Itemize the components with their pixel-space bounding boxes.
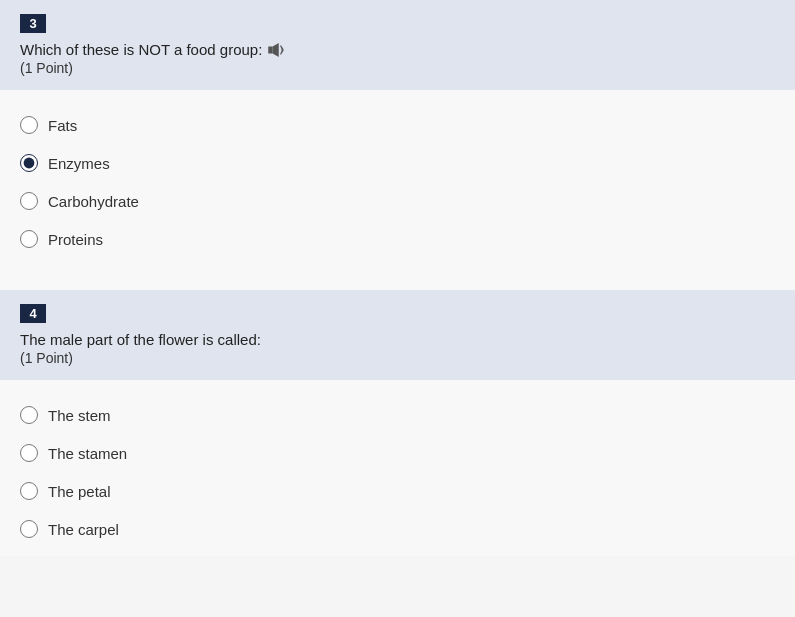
answer-q3-proteins[interactable]: Proteins <box>20 220 775 258</box>
question-3-text: Which of these is NOT a food group: <box>20 41 775 58</box>
radio-q3-enzymes[interactable] <box>20 154 38 172</box>
answer-q3-fats[interactable]: Fats <box>20 106 775 144</box>
answer-q4-stem[interactable]: The stem <box>20 396 775 434</box>
radio-q3-carbohydrate[interactable] <box>20 192 38 210</box>
svg-rect-0 <box>269 46 273 53</box>
question-3-number: 3 <box>20 14 46 33</box>
section-divider <box>0 266 795 290</box>
question-3-header: 3 Which of these is NOT a food group: (1… <box>0 0 795 90</box>
radio-q3-fats[interactable] <box>20 116 38 134</box>
answer-q4-petal[interactable]: The petal <box>20 472 775 510</box>
answer-q4-carpel[interactable]: The carpel <box>20 510 775 548</box>
label-q4-petal: The petal <box>48 483 111 500</box>
svg-marker-1 <box>273 43 279 57</box>
radio-q4-stamen[interactable] <box>20 444 38 462</box>
label-q4-stamen: The stamen <box>48 445 127 462</box>
answer-q3-carbohydrate[interactable]: Carbohydrate <box>20 182 775 220</box>
radio-q3-proteins[interactable] <box>20 230 38 248</box>
label-q3-fats: Fats <box>48 117 77 134</box>
radio-q4-carpel[interactable] <box>20 520 38 538</box>
label-q3-proteins: Proteins <box>48 231 103 248</box>
label-q4-stem: The stem <box>48 407 111 424</box>
question-4-answers: The stem The stamen The petal The carpel <box>0 380 795 556</box>
question-4-text: The male part of the flower is called: <box>20 331 775 348</box>
question-3-points: (1 Point) <box>20 60 775 76</box>
label-q3-enzymes: Enzymes <box>48 155 110 172</box>
question-3-block: 3 Which of these is NOT a food group: (1… <box>0 0 795 266</box>
question-3-answers: Fats Enzymes Carbohydrate Proteins <box>0 90 795 266</box>
label-q4-carpel: The carpel <box>48 521 119 538</box>
answer-q4-stamen[interactable]: The stamen <box>20 434 775 472</box>
radio-q4-petal[interactable] <box>20 482 38 500</box>
question-4-points: (1 Point) <box>20 350 775 366</box>
label-q3-carbohydrate: Carbohydrate <box>48 193 139 210</box>
radio-q4-stem[interactable] <box>20 406 38 424</box>
question-4-number: 4 <box>20 304 46 323</box>
question-4-block: 4 The male part of the flower is called:… <box>0 290 795 556</box>
listen-icon-q3[interactable] <box>268 43 286 57</box>
answer-q3-enzymes[interactable]: Enzymes <box>20 144 775 182</box>
question-4-header: 4 The male part of the flower is called:… <box>0 290 795 380</box>
